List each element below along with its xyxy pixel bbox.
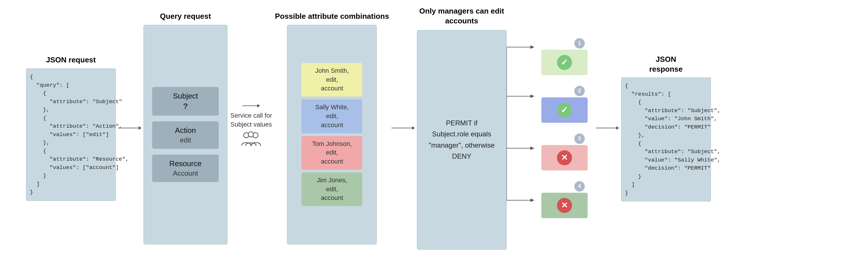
- svg-marker-8: [530, 95, 534, 98]
- arrow-2: [243, 106, 260, 106]
- service-call-label: Service call for Subject values: [230, 111, 272, 129]
- results-column: 1 2 3 4: [535, 18, 593, 238]
- result-1: 1: [535, 38, 593, 75]
- svg-point-2: [248, 132, 253, 137]
- arrow-4: [596, 128, 619, 128]
- query-panel: Subject ? Action edit Resource Account: [144, 25, 227, 245]
- attr-panel-title: Possible attribute combinations: [275, 12, 389, 21]
- people-icon: [241, 131, 261, 150]
- result-box-4: [541, 193, 588, 218]
- resource-card: Resource Account: [152, 155, 219, 182]
- check-icon-1: [557, 55, 572, 70]
- policy-text: PERMIT if Subject.role equals "manager",…: [429, 118, 495, 162]
- query-panel-title: Query request: [160, 12, 211, 21]
- json-request-title: JSON request: [46, 55, 96, 65]
- json-response-box: { "results": [ { "attribute": "Subject",…: [621, 77, 711, 202]
- result-4: 4: [535, 181, 593, 218]
- badge-4: 4: [574, 181, 585, 191]
- svg-marker-11: [530, 146, 534, 150]
- arrow-3: [392, 128, 414, 128]
- x-icon-4: [557, 198, 572, 213]
- combo-3: Tom Johnson, edit, account: [302, 136, 362, 170]
- combo-2: Sally White, edit, account: [302, 99, 362, 133]
- policy-panel-title: Only managers can edit accounts: [419, 6, 504, 26]
- multi-arrows: [507, 18, 535, 238]
- subject-card: Subject ?: [152, 87, 219, 116]
- action-card: Action edit: [152, 121, 219, 149]
- attr-panel: John Smith, edit, account Sally White, e…: [287, 25, 377, 245]
- arrow-1: [118, 128, 141, 128]
- result-3: 3: [535, 134, 593, 171]
- result-box-1: [541, 50, 588, 75]
- svg-marker-14: [530, 198, 534, 202]
- diagram-container: JSON request { "query": [ { "attribute":…: [14, 0, 854, 256]
- svg-marker-5: [530, 45, 534, 49]
- combo-4: Jim Jones, edit, account: [302, 173, 362, 206]
- badge-3: 3: [574, 134, 585, 144]
- json-request-box: { "query": [ { "attribute": "Subject" },…: [26, 69, 116, 201]
- result-box-3: [541, 145, 588, 171]
- x-icon-3: [557, 150, 572, 165]
- combo-1: John Smith, edit, account: [302, 63, 362, 97]
- result-2: 2: [535, 86, 593, 123]
- badge-2: 2: [574, 86, 585, 96]
- json-response-title: JSON response: [649, 54, 683, 74]
- result-box-2: [541, 97, 588, 123]
- badge-1: 1: [574, 38, 585, 48]
- policy-panel: PERMIT if Subject.role equals "manager",…: [417, 30, 507, 250]
- check-icon-2: [557, 103, 572, 118]
